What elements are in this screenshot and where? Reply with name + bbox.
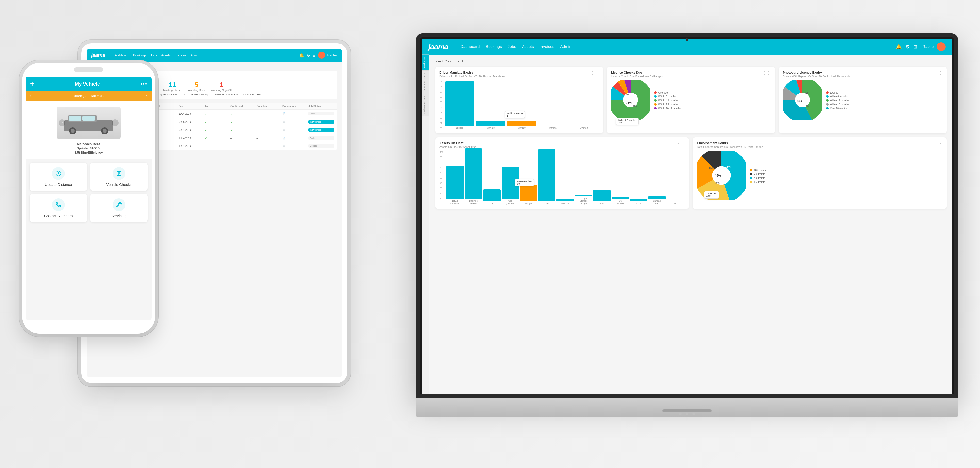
legend-label-within6m: Within 6 months xyxy=(830,95,848,98)
user-avatar[interactable] xyxy=(318,52,325,59)
mandate-expiry-chart: 0908070605 0403020100 Expired xyxy=(439,80,599,129)
laptop-user[interactable]: Rachel xyxy=(923,42,945,51)
laptop-nav-bookings[interactable]: Bookings xyxy=(485,44,502,49)
jobs-title: Jobs xyxy=(129,74,333,78)
legend-1-3: 1-3 Points xyxy=(750,181,766,183)
licence-checks-menu-icon[interactable]: ⋮⋮ xyxy=(762,71,771,75)
svg-text:75%: 75% xyxy=(626,101,632,104)
photocard-menu-icon[interactable]: ⋮⋮ xyxy=(934,71,943,75)
job-invoice-today: 7 Invoice Today xyxy=(243,93,261,96)
endorsement-pie: 45% 22% 20% 13% 4-6 Points45% xyxy=(697,151,746,201)
tablet-nav-jobs[interactable]: Jobs xyxy=(150,53,157,57)
current-date: Sunday - 6 Jan 2019 xyxy=(73,94,104,98)
laptop-nav: Dashboard Bookings Jobs Assets Invoices … xyxy=(460,44,891,49)
photocard-title: Photocard Licence Expiry xyxy=(783,71,850,74)
jobs-sub-row: 3 In Progress 2 Awaiting Authorisation 3… xyxy=(129,93,333,96)
bar-fridge: Assets on fleet30 Fridge xyxy=(520,185,537,205)
legend-label-overdue: Overdue xyxy=(658,91,668,94)
bar-label-on-wheels: OnWheels xyxy=(617,200,624,205)
update-distance-icon xyxy=(52,167,65,180)
bell-icon[interactable]: 🔔 xyxy=(299,53,304,57)
cell-documents: 📄 xyxy=(282,121,309,123)
car-prev-arrow[interactable]: ‹ xyxy=(59,119,65,126)
legend-over18m: Over 18 months xyxy=(826,107,849,110)
gear-icon[interactable]: ⚙ xyxy=(307,53,310,57)
legend-dot-within6m xyxy=(826,95,829,98)
action-update-distance[interactable]: Update Distance xyxy=(30,163,87,191)
tablet-nav-invoices[interactable]: Invoices xyxy=(175,53,186,57)
bar-group-within9: Within 9 months1 Within 9 xyxy=(507,121,536,129)
cell-completed: – xyxy=(256,145,282,148)
legend-10plus: 10+ Points xyxy=(750,169,766,171)
photocard-title-group: Photocard Licence Expiry Drivers With Ex… xyxy=(783,71,850,78)
mandate-expiry-panel: Driver Mandate Expiry Drivers With Expir… xyxy=(435,67,603,133)
laptop-gear-icon[interactable]: ⚙ xyxy=(905,44,910,50)
assets-fleet-menu-icon[interactable]: ⋮⋮ xyxy=(677,141,685,146)
bar-hire-car: Hire Car xyxy=(557,198,574,205)
laptop-nav-admin[interactable]: Admin xyxy=(560,44,571,49)
add-icon[interactable]: + xyxy=(30,80,34,88)
action-vehicle-checks[interactable]: Vehicle Checks xyxy=(90,163,148,191)
endorsement-title: Endorsement Points xyxy=(697,141,763,145)
phone-screen: + My Vehicle ••• ‹ Sunday - 6 Jan 2019 › xyxy=(25,76,152,320)
bar-label-hgv: HGV xyxy=(544,202,549,205)
legend-within6m: Within 6 months xyxy=(826,95,849,98)
legend-overdue: Overdue xyxy=(654,91,681,94)
bar-label-longo: LongoStorageFridge xyxy=(580,197,587,205)
bar-van: Van xyxy=(667,201,684,205)
tablet-nav-bookings[interactable]: Bookings xyxy=(133,53,146,57)
laptop-nav-assets[interactable]: Assets xyxy=(522,44,534,49)
car-next-arrow[interactable]: › xyxy=(112,119,119,126)
laptop-nav-invoices[interactable]: Invoices xyxy=(540,44,554,49)
tablet-nav-admin[interactable]: Admin xyxy=(190,53,199,57)
job-item-sign-off: 1 Awaiting Sign Off xyxy=(211,81,232,92)
laptop-grid-icon[interactable]: ⊞ xyxy=(913,44,918,50)
sidebar-tab-navigation[interactable]: Navigation xyxy=(422,55,430,70)
action-servicing[interactable]: Servicing xyxy=(90,194,148,222)
sidebar-tab-history[interactable]: Navigation History xyxy=(422,93,430,116)
legend-label-over18m: Over 18 months xyxy=(830,107,848,110)
cell-completed: – xyxy=(256,121,282,123)
cell-status: Collect xyxy=(308,144,334,148)
tablet-nav-assets[interactable]: Assets xyxy=(161,53,171,57)
phone-header: + My Vehicle ••• xyxy=(25,76,152,91)
laptop-nav-icons: 🔔 ⚙ ⊞ xyxy=(896,44,918,50)
licence-checks-chart-container: 15% 10% 75% Within 4-6 months:75% xyxy=(611,80,771,121)
bar-val-car-owned xyxy=(501,167,519,198)
laptop-nav-dashboard[interactable]: Dashboard xyxy=(460,44,480,49)
legend-4-6: 4-6 Points xyxy=(750,177,766,179)
legend-label-expired: Expired xyxy=(830,91,838,94)
bar-label-car: Car xyxy=(490,202,494,205)
bar-group-over18: Over 18 xyxy=(569,126,598,129)
more-icon[interactable]: ••• xyxy=(141,81,147,87)
legend-dot-4-6 xyxy=(750,177,752,179)
laptop-bell-icon[interactable]: 🔔 xyxy=(896,44,902,50)
bar-label-rcv: RCV xyxy=(636,202,641,205)
bar-label-hire-car: Hire Car xyxy=(561,202,570,205)
legend-label-1-3: 1-3 Points xyxy=(754,181,765,183)
cell-completed: – xyxy=(256,113,282,115)
legend-within10-12: Within 10-12 months xyxy=(654,107,681,110)
licence-checks-subtitle: Licence Check Due Breakdown By Ranges xyxy=(611,75,663,78)
sidebar-tab-advanced-search[interactable]: Advanced Search xyxy=(422,70,430,93)
car-name: Mercedes-BenzSprinter 316CDI3.5t BlueEff… xyxy=(74,142,103,155)
svg-text:13%: 13% xyxy=(725,165,730,168)
endorsement-header: Endorsement Points Total Endorsement Poi… xyxy=(697,141,943,148)
assets-fleet-header: Assets On Fleet Assets On Fleet By Asset… xyxy=(439,141,685,148)
endorsement-menu-icon[interactable]: ⋮⋮ xyxy=(934,141,943,146)
cell-status: In Progress xyxy=(308,120,334,124)
laptop-nav-jobs[interactable]: Jobs xyxy=(508,44,516,49)
jobs-panel: Jobs 46 Notified 0 Authorised 11 xyxy=(124,71,337,99)
prev-date-arrow[interactable]: ‹ xyxy=(30,93,31,99)
legend-label-within10-12: Within 10-12 months xyxy=(658,107,681,110)
phone-notch xyxy=(74,67,103,72)
tablet-nav-dashboard[interactable]: Dashboard xyxy=(113,53,129,57)
cell-auth: ✓ xyxy=(204,136,231,140)
svg-text:10%: 10% xyxy=(633,105,638,108)
mandate-expiry-menu-icon[interactable]: ⋮⋮ xyxy=(591,71,599,75)
phone-title: My Vehicle xyxy=(75,81,100,87)
action-contact-numbers[interactable]: Contact Numbers xyxy=(30,194,87,222)
grid-icon[interactable]: ⊞ xyxy=(312,53,316,57)
laptop-camera xyxy=(686,38,689,41)
next-date-arrow[interactable]: › xyxy=(146,93,148,99)
